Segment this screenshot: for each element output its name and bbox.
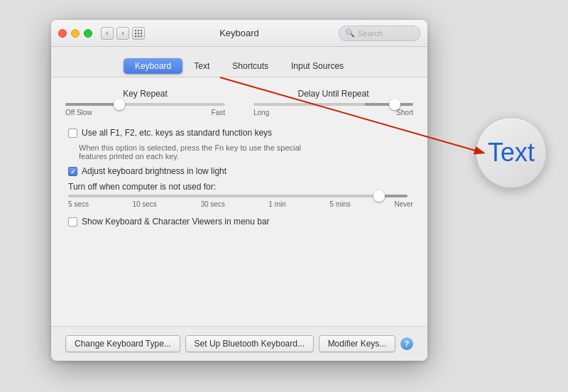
tabs-bar: Keyboard Text Shortcuts Input Sources [51,53,427,77]
checkbox-brightness-label: Adjust keyboard brightness in low light [82,166,226,176]
delay-repeat-track [253,103,413,106]
close-button[interactable] [58,29,67,38]
sliders-row: Key Repeat Off Slow Fast Delay Until Rep… [65,89,413,116]
search-box[interactable]: 🔍 Search [339,26,420,41]
delay-repeat-sublabels: Long Short [253,109,413,116]
desktop: ‹ › Keyboard 🔍 Search [0,0,568,392]
checkbox-brightness[interactable] [68,167,77,176]
delay-repeat-label: Delay Until Repeat [253,89,413,99]
turnoff-5s: 5 secs [68,200,89,208]
key-repeat-sublabels: Off Slow Fast [65,109,225,116]
turnoff-30s: 30 secs [200,200,224,208]
turnoff-5m: 5 mins [329,200,350,208]
turnoff-slider-wrap: 5 secs 10 secs 30 secs 1 min 5 mins Neve… [68,195,413,208]
maximize-button[interactable] [84,29,92,38]
content-area: Key Repeat Off Slow Fast Delay Until Rep… [51,77,427,326]
checkbox-fn-label: Use all F1, F2, etc. keys as standard fu… [82,128,272,138]
back-button[interactable]: ‹ [101,27,114,40]
delay-repeat-group: Delay Until Repeat Long Short [253,89,413,116]
checkbox-viewer-row[interactable]: Show Keyboard & Character Viewers in men… [68,217,413,227]
turnoff-label: Turn off when computer is not used for: [68,182,413,192]
minimize-button[interactable] [71,29,80,38]
text-callout: Text [476,117,547,188]
svg-point-8 [141,35,142,36]
checkbox-fn-row[interactable]: Use all F1, F2, etc. keys as standard fu… [68,128,413,138]
key-repeat-label: Key Repeat [65,89,225,99]
svg-point-1 [138,29,139,31]
delay-repeat-left: Long [253,109,269,116]
tab-shortcuts[interactable]: Shortcuts [221,58,280,74]
help-button[interactable]: ? [400,337,413,350]
checkbox-viewer-label: Show Keyboard & Character Viewers in men… [82,217,270,227]
delay-repeat-right: Short [396,109,413,116]
bluetooth-button[interactable]: Set Up Bluetooth Keyboard... [185,335,314,352]
traffic-lights [58,29,92,38]
key-repeat-group: Key Repeat Off Slow Fast [65,89,225,116]
svg-point-3 [135,32,136,33]
svg-point-2 [141,29,142,31]
svg-point-6 [135,35,136,36]
turnoff-1m: 1 min [268,200,285,208]
checkbox-viewer[interactable] [68,217,77,227]
svg-point-7 [138,35,139,36]
callout-text: Text [488,138,535,168]
tab-input-sources[interactable]: Input Sources [280,58,355,74]
turnoff-never: Never [394,200,413,208]
search-icon: 🔍 [345,28,355,38]
checkbox-fn[interactable] [68,129,77,138]
checkbox-fn-subtext: When this option is selected, press the … [79,143,413,160]
key-repeat-left: Off Slow [65,109,92,116]
bottom-buttons: Change Keyboard Type... Set Up Bluetooth… [51,326,427,361]
svg-point-4 [138,32,139,33]
forward-button[interactable]: › [116,27,129,40]
turnoff-sublabels: 5 secs 10 secs 30 secs 1 min 5 mins Neve… [68,200,413,208]
tab-text[interactable]: Text [182,58,221,74]
modifier-button[interactable]: Modifier Keys... [319,335,396,352]
change-keyboard-button[interactable]: Change Keyboard Type... [65,335,180,352]
key-repeat-thumb[interactable] [114,99,125,110]
grid-button[interactable] [132,27,145,40]
turnoff-track [68,195,408,197]
keyboard-window: ‹ › Keyboard 🔍 Search [51,20,427,361]
svg-point-0 [135,29,136,31]
checkbox-brightness-row[interactable]: Adjust keyboard brightness in low light [68,166,413,176]
svg-point-5 [141,32,142,33]
titlebar: ‹ › Keyboard 🔍 Search [51,20,427,47]
nav-buttons: ‹ › [101,27,129,40]
search-placeholder: Search [358,29,383,38]
key-repeat-track [65,103,225,106]
turnoff-10s: 10 secs [132,200,156,208]
key-repeat-right: Fast [212,109,225,116]
window-title: Keyboard [219,28,259,38]
tab-keyboard[interactable]: Keyboard [124,58,182,74]
